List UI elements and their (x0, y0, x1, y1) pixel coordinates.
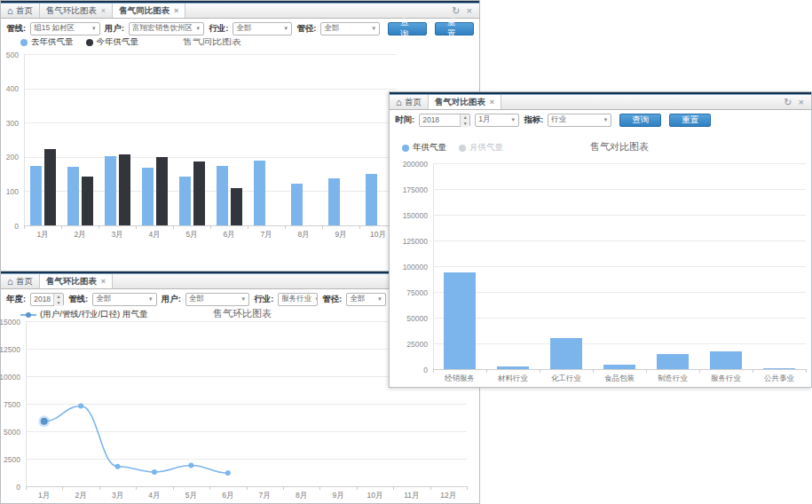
bar-去年供气量[interactable] (179, 177, 191, 225)
x-axis-label: 8月 (285, 230, 322, 240)
x-axis-tick (486, 369, 487, 373)
spinner-up-icon[interactable]: ▲ (461, 114, 469, 121)
bar-年供气量[interactable] (657, 354, 689, 369)
x-axis-tick (430, 486, 431, 490)
x-axis-tick (467, 486, 468, 490)
filter-select[interactable]: 全部▼ (233, 22, 292, 35)
tab-active-chart[interactable]: 售气对比图表× (429, 95, 501, 109)
spinner-up-icon[interactable]: ▲ (54, 294, 63, 300)
y-axis-label: 12500 (0, 345, 20, 354)
x-axis-label: 3月 (99, 230, 136, 240)
refresh-icon[interactable]: ↻ (452, 6, 460, 16)
bar-去年供气量[interactable] (67, 167, 79, 225)
data-point[interactable] (188, 462, 193, 468)
bar-今年供气量[interactable] (82, 177, 93, 225)
bar-去年供气量[interactable] (105, 156, 116, 225)
bar-去年供气量[interactable] (30, 166, 42, 225)
query-button[interactable]: 查询 (619, 114, 661, 127)
bar-年供气量[interactable] (603, 365, 635, 369)
x-axis-tick (210, 225, 211, 229)
bar-年供气量[interactable] (763, 368, 795, 369)
close-icon[interactable]: × (799, 98, 804, 107)
data-point[interactable] (78, 403, 83, 408)
filter-select[interactable]: 行业▼ (548, 114, 611, 127)
x-axis-tick (322, 225, 323, 229)
bar-今年供气量[interactable] (156, 157, 168, 225)
close-icon[interactable]: × (467, 6, 472, 16)
bar-年供气量[interactable] (497, 366, 529, 369)
x-axis-tick (136, 486, 137, 490)
legend-item[interactable]: 年供气量 (402, 142, 446, 154)
tab-label: 首页 (16, 5, 33, 17)
y-axis-label: 50000 (387, 314, 428, 323)
data-point[interactable] (225, 470, 231, 476)
tab-label: 首页 (405, 97, 422, 108)
filter-label: 管径: (296, 23, 316, 35)
bar-年供气量[interactable] (710, 351, 742, 369)
tab-close-icon[interactable]: × (174, 6, 178, 15)
filter-select[interactable]: 全部▼ (185, 293, 249, 306)
y-axis-label: 75000 (387, 288, 428, 297)
bar-去年供气量[interactable] (142, 168, 154, 225)
x-axis-label: 3月 (99, 491, 136, 501)
gridline (24, 54, 397, 55)
bar-年供气量[interactable] (550, 338, 582, 369)
reset-button[interactable]: 重置 (669, 114, 711, 127)
bar-去年供气量[interactable] (328, 178, 340, 225)
legend-item[interactable]: 月供气量 (459, 142, 503, 154)
filter-select[interactable]: 服务行业▼ (278, 293, 318, 306)
y-axis-label: 100000 (387, 263, 428, 272)
filter-select[interactable]: 全部▼ (320, 22, 380, 35)
tab-close-icon[interactable]: × (101, 277, 106, 286)
refresh-icon[interactable]: ↻ (784, 98, 792, 107)
reset-button[interactable]: 重置 (435, 22, 474, 35)
tab-home[interactable]: ⌂首页 (390, 95, 429, 109)
bar-去年供气量[interactable] (366, 174, 377, 225)
year-spinner[interactable]: 2018▲▼ (30, 293, 64, 306)
year-spinner[interactable]: 2018▲▼ (419, 114, 470, 127)
tab-active-chart[interactable]: 售气同比图表× (113, 4, 185, 18)
tab-active-chart[interactable]: 售气环比图表× (40, 274, 113, 288)
tab-home[interactable]: ⌂首页 (1, 4, 40, 18)
filter-select[interactable]: 全部▼ (346, 293, 386, 306)
x-axis-tick (593, 369, 594, 373)
spinner-arrows: ▲▼ (460, 114, 469, 126)
filter-label: 指标: (524, 114, 543, 126)
tab-chart[interactable]: 售气环比图表× (40, 4, 113, 18)
x-axis-label: 11月 (393, 491, 430, 501)
bar-今年供气量[interactable] (119, 154, 130, 225)
bar-今年供气量[interactable] (231, 188, 242, 225)
bar-去年供气量[interactable] (217, 166, 228, 225)
filter-select[interactable]: 富翔宏销售饮州区▼ (129, 22, 204, 35)
filter-select[interactable]: 组15 如村区▼ (30, 22, 100, 35)
y-axis-label: 2500 (0, 455, 20, 464)
bar-去年供气量[interactable] (254, 161, 265, 225)
legend-marker-dot (402, 145, 409, 152)
query-button[interactable]: 查询 (388, 22, 427, 35)
filter-label: 用户: (162, 294, 181, 305)
legend-marker-dot (86, 39, 93, 46)
bar-今年供气量[interactable] (44, 149, 56, 225)
select-value: 全部 (236, 23, 251, 34)
bar-去年供气量[interactable] (291, 184, 303, 225)
data-point[interactable] (115, 464, 121, 469)
y-axis-label: 400 (0, 84, 19, 93)
tab-home[interactable]: ⌂首页 (1, 274, 40, 288)
tab-close-icon[interactable]: × (101, 6, 106, 15)
spinner-down-icon[interactable]: ▼ (54, 300, 63, 306)
bar-今年供气量[interactable] (193, 161, 205, 225)
data-point[interactable] (152, 469, 157, 475)
tab-close-icon[interactable]: × (490, 98, 494, 106)
filter-select[interactable]: 1月▼ (475, 114, 519, 127)
data-point[interactable] (41, 418, 48, 425)
filter-select[interactable]: 全部▼ (92, 293, 156, 306)
legend-label: 年供气量 (413, 142, 446, 154)
chevron-down-icon: ▼ (377, 296, 382, 302)
window-controls: ↻ × (445, 4, 479, 18)
x-axis-tick (26, 486, 27, 490)
select-value: 全部 (189, 294, 204, 304)
spinner-down-icon[interactable]: ▼ (461, 121, 469, 127)
chevron-down-icon: ▼ (510, 117, 516, 122)
bar-年供气量[interactable] (444, 272, 476, 369)
legend-item[interactable]: (用户/管线/行业/口径) 用气量 (20, 309, 147, 320)
